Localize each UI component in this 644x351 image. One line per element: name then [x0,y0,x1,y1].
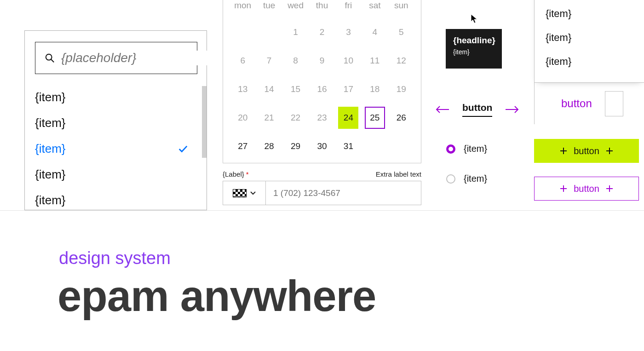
arrow-left-icon[interactable] [436,105,449,114]
field-label-text: {Label} [223,170,244,178]
calendar-day[interactable]: 15 [282,75,309,104]
plus-icon [560,147,567,155]
calendar-day[interactable]: 25 [362,104,388,132]
weekday: wed [282,0,309,18]
check-icon [178,144,188,154]
phone-field: {Label}* Extra label text [223,170,421,205]
menu-item[interactable]: {item} [546,8,644,20]
calendar-day[interactable]: 5 [388,18,414,46]
calendar-weekday-row: mon tue wed thu fri sat sun [230,0,414,18]
calendar-day [362,132,388,161]
calendar-day[interactable]: 27 [230,132,256,161]
calendar-day[interactable]: 8 [282,46,309,75]
calendar-day[interactable]: 22 [282,104,309,132]
required-asterisk: * [246,170,249,178]
dropdown-footer-button[interactable]: button [561,97,592,110]
field-extra-label: Extra label text [376,170,421,178]
scrollbar-thumb[interactable] [202,86,207,158]
radio-group: {item} {item} [446,144,487,184]
radio-indicator [446,144,455,154]
primary-button[interactable]: button [534,139,639,163]
tooltip-item: {item} [453,48,494,56]
plus-icon [606,185,613,192]
chevron-down-icon [250,191,256,195]
calendar-day[interactable]: 21 [256,104,282,132]
picker-option-label: {item} [35,116,66,130]
calendar-day[interactable]: 23 [309,104,335,132]
section-divider [0,210,644,211]
calendar-day[interactable]: 26 [388,104,414,132]
weekday: fri [335,0,362,18]
field-label: {Label}* [223,170,249,178]
weekday: thu [309,0,335,18]
phone-input[interactable] [266,181,421,205]
primary-button-label: button [574,146,599,156]
picker-option-selected[interactable]: {item} [25,136,207,161]
calendar-day[interactable]: 16 [309,75,335,104]
calendar-day [256,18,282,46]
calendar-day[interactable]: 19 [388,75,414,104]
calendar-day[interactable]: 1 [282,18,309,46]
nav-button-group: button [436,102,519,117]
dropdown-footer: button [534,83,644,124]
hero-subtitle: design system [59,248,171,268]
calendar-day[interactable]: 6 [230,46,256,75]
nav-button-label[interactable]: button [462,102,492,117]
calendar-day[interactable]: 11 [362,46,388,75]
dropdown-footer-secondary[interactable] [605,91,623,116]
picker-option[interactable]: {item} [25,187,207,210]
calendar-day[interactable]: 17 [335,75,362,104]
tooltip: {headline} {item} [446,29,502,69]
calendar-day[interactable]: 24 [335,104,362,132]
calendar-day[interactable]: 14 [256,75,282,104]
picker-option-label: {item} [35,167,66,182]
phone-input-wrapper [223,181,421,205]
plus-icon [606,147,613,155]
calendar-day [230,18,256,46]
calendar-day[interactable]: 9 [309,46,335,75]
outline-button[interactable]: button [534,177,639,201]
weekday: sat [362,0,388,18]
search-input[interactable] [61,51,227,65]
calendar-day[interactable]: 2 [309,18,335,46]
svg-point-0 [46,54,52,60]
weekday: mon [230,0,256,18]
calendar-day[interactable]: 28 [256,132,282,161]
picker-option[interactable]: {item} [25,110,207,136]
picker-option[interactable]: {item} [25,161,207,187]
search-input-wrapper[interactable] [35,42,197,74]
calendar-day[interactable]: 31 [335,132,362,161]
calendar-grid: 1234567891011121314151617181920212223242… [230,18,414,161]
country-selector[interactable] [223,181,266,205]
cursor-icon [471,14,478,24]
calendar-day[interactable]: 7 [256,46,282,75]
calendar-day[interactable]: 20 [230,104,256,132]
calendar-day[interactable]: 3 [335,18,362,46]
weekday: sun [388,0,414,18]
plus-icon [560,185,567,192]
radio-label: {item} [464,144,487,154]
calendar-day[interactable]: 4 [362,18,388,46]
picker-option-list: {item} {item} {item} {item} {item} [25,84,207,210]
search-picker-panel: {item} {item} {item} {item} {item} [24,30,207,210]
radio-indicator [446,174,455,184]
arrow-right-icon[interactable] [505,105,519,114]
hero-title: epam anywhere [58,271,376,321]
calendar-day[interactable]: 10 [335,46,362,75]
radio-option[interactable]: {item} [446,144,487,154]
calendar-day[interactable]: 18 [362,75,388,104]
search-icon [45,53,55,63]
outline-button-label: button [574,184,599,194]
calendar-day[interactable]: 30 [309,132,335,161]
calendar-day[interactable]: 13 [230,75,256,104]
weekday: tue [256,0,282,18]
radio-option[interactable]: {item} [446,173,487,184]
picker-option-label: {item} [35,193,66,207]
calendar-day[interactable]: 29 [282,132,309,161]
menu-item[interactable]: {item} [546,56,644,68]
picker-option-label: {item} [35,142,66,156]
calendar: mon tue wed thu fri sat sun 123456789101… [223,0,421,163]
picker-option[interactable]: {item} [25,84,207,110]
menu-item[interactable]: {item} [546,32,644,44]
calendar-day[interactable]: 12 [388,46,414,75]
